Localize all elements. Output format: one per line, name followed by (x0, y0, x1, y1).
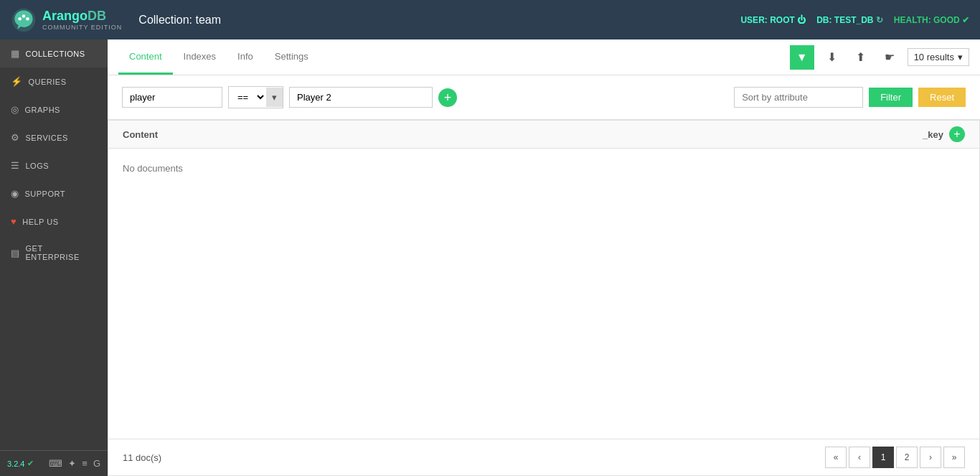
sidebar-item-help-us[interactable]: ♥ HELP US (0, 207, 108, 235)
sidebar-nav: ▦ COLLECTIONS ⚡ QUERIES ◎ GRAPHS ⚙ SERVI… (0, 39, 108, 450)
tab-settings-label: Settings (275, 51, 308, 62)
sidebar-label-logs: LOGS (26, 162, 50, 170)
health-label: HEALTH: (894, 15, 931, 25)
table-header: Content _key + (108, 121, 979, 149)
svg-point-2 (22, 14, 26, 18)
sidebar-label-help-us: HELP US (22, 218, 58, 226)
header-right: USER: ROOT ⏻ DB: TEST_DB ↻ HEALTH: GOOD … (740, 15, 969, 25)
tab-content-label: Content (129, 51, 162, 62)
version-area: 3.2.4 ✔ (7, 459, 34, 468)
sidebar-item-logs[interactable]: ☰ LOGS (0, 151, 108, 179)
sort-attribute-input[interactable] (734, 87, 863, 108)
sidebar-label-collections: COLLECTIONS (26, 50, 85, 58)
main-layout: ▦ COLLECTIONS ⚡ QUERIES ◎ GRAPHS ⚙ SERVI… (0, 39, 980, 476)
sidebar-item-support[interactable]: ◉ SUPPORT (0, 179, 108, 207)
collections-icon: ▦ (11, 48, 20, 59)
tab-content[interactable]: Content (118, 39, 173, 75)
logo-name: ArangoDB (42, 9, 122, 24)
svg-point-3 (26, 17, 29, 20)
no-documents-message: No documents (108, 149, 979, 188)
version-check-icon: ✔ (27, 459, 34, 468)
doc-count: 11 doc(s) (123, 452, 161, 463)
sidebar-label-queries: QUERIES (29, 78, 67, 86)
tab-bar: Content Indexes Info Settings ▼ ⬇ ⬆ ☛ 10… (108, 39, 980, 75)
heart-icon: ♥ (11, 216, 17, 227)
db-value: TEST_DB (834, 15, 874, 25)
power-icon[interactable]: ⏻ (797, 15, 806, 25)
add-filter-button[interactable]: + (438, 88, 457, 107)
logo-text: ArangoDB Community Edition (42, 9, 122, 32)
google-icon[interactable]: G (93, 458, 100, 469)
operator-select[interactable]: == != < > <= >= (229, 87, 266, 108)
operator-arrow-icon: ▾ (266, 88, 283, 107)
health-check-icon: ✔ (962, 15, 969, 25)
sidebar: ▦ COLLECTIONS ⚡ QUERIES ◎ GRAPHS ⚙ SERVI… (0, 39, 108, 476)
graphs-icon: ◎ (11, 104, 19, 115)
version-number: 3.2.4 (7, 459, 24, 468)
sidebar-item-get-enterprise[interactable]: ▤ GET ENTERPRISE (0, 235, 108, 270)
filter-toggle-button[interactable]: ▼ (790, 45, 814, 70)
sidebar-bottom: 3.2.4 ✔ ⌨ ✦ ≡ G (0, 450, 108, 476)
tab-indexes-label: Indexes (184, 51, 217, 62)
filter-button[interactable]: Filter (869, 88, 913, 107)
health-info: HEALTH: GOOD ✔ (894, 15, 969, 25)
first-page-button[interactable]: « (825, 447, 847, 468)
upload-button[interactable]: ⬆ (850, 47, 872, 68)
sidebar-label-graphs: GRAPHS (25, 106, 60, 114)
sidebar-item-collections[interactable]: ▦ COLLECTIONS (0, 39, 108, 67)
table-area: Content _key + No documents 11 doc(s) « … (108, 120, 980, 476)
refresh-icon[interactable]: ↻ (876, 15, 883, 25)
sidebar-label-get-enterprise: GET ENTERPRISE (26, 244, 98, 261)
settings-icon[interactable]: ✦ (68, 458, 76, 469)
support-icon: ◉ (11, 188, 19, 199)
keyboard-icon[interactable]: ⌨ (49, 458, 62, 469)
tab-actions: ▼ ⬇ ⬆ ☛ 10 results ▾ (790, 45, 969, 70)
collection-title: Collection: team (138, 14, 221, 27)
sidebar-bottom-icons: ⌨ ✦ ≡ G (49, 458, 100, 469)
arangodb-logo-icon (11, 7, 37, 33)
logs-icon: ☰ (11, 160, 20, 171)
menu-icon[interactable]: ≡ (82, 458, 88, 469)
key-column-header: _key (923, 129, 943, 140)
tabs: Content Indexes Info Settings (118, 39, 319, 75)
tab-settings[interactable]: Settings (264, 39, 319, 75)
queries-icon: ⚡ (11, 76, 23, 87)
sidebar-item-queries[interactable]: ⚡ QUERIES (0, 67, 108, 95)
tab-indexes[interactable]: Indexes (173, 39, 227, 75)
pagination: « ‹ 1 2 › » (825, 447, 965, 468)
content-area: Content Indexes Info Settings ▼ ⬇ ⬆ ☛ 10… (108, 39, 980, 476)
filter-row: == != < > <= >= ▾ + Filter Reset (108, 75, 980, 120)
sidebar-item-services[interactable]: ⚙ SERVICES (0, 123, 108, 151)
sidebar-item-graphs[interactable]: ◎ GRAPHS (0, 95, 108, 123)
next-page-button[interactable]: › (920, 447, 941, 468)
user-label: USER: (740, 15, 767, 25)
reset-button[interactable]: Reset (918, 88, 966, 107)
hand-button[interactable]: ☛ (879, 47, 900, 68)
user-value: ROOT (770, 15, 795, 25)
tab-info-label: Info (237, 51, 253, 62)
results-label: 10 results (914, 52, 954, 62)
attribute-input[interactable] (122, 87, 222, 108)
tab-info[interactable]: Info (227, 39, 264, 75)
page-1-button[interactable]: 1 (872, 447, 894, 468)
last-page-button[interactable]: » (943, 447, 965, 468)
health-value: GOOD (933, 15, 960, 25)
logo-db: DB (88, 9, 106, 23)
logo-area: ArangoDB Community Edition Collection: t… (11, 7, 221, 33)
services-icon: ⚙ (11, 132, 20, 143)
logo-arango: Arango (42, 9, 88, 23)
add-document-button[interactable]: + (949, 126, 965, 142)
results-chevron-icon: ▾ (958, 52, 963, 62)
pagination-bar: 11 doc(s) « ‹ 1 2 › » (108, 439, 979, 475)
sidebar-label-support: SUPPORT (25, 190, 65, 198)
results-dropdown[interactable]: 10 results ▾ (908, 48, 969, 66)
db-info: DB: TEST_DB ↻ (816, 15, 883, 25)
page-2-button[interactable]: 2 (896, 447, 918, 468)
filter-value-input[interactable] (289, 87, 433, 108)
download-button[interactable]: ⬇ (821, 47, 843, 68)
sidebar-label-services: SERVICES (26, 134, 68, 142)
prev-page-button[interactable]: ‹ (849, 447, 870, 468)
table-content: No documents (108, 149, 979, 439)
user-info: USER: ROOT ⏻ (740, 15, 806, 25)
key-column-area: _key + (923, 126, 965, 142)
